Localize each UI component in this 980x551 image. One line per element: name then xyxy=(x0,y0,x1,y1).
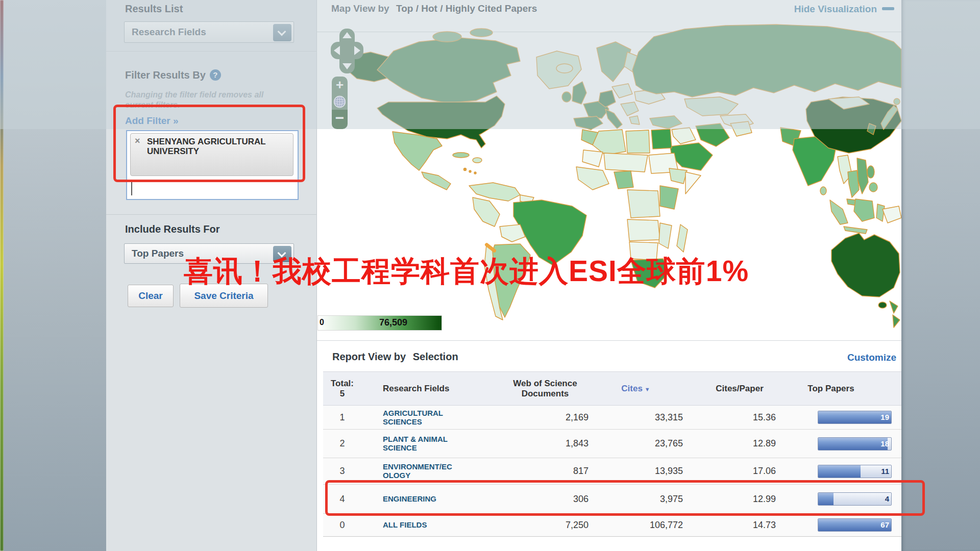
help-icon[interactable]: ? xyxy=(210,69,221,81)
chevron-down-icon[interactable] xyxy=(273,24,291,41)
map-country[interactable] xyxy=(820,187,826,195)
map-country[interactable] xyxy=(894,98,900,105)
map-country[interactable] xyxy=(631,259,669,288)
map-country[interactable] xyxy=(612,84,632,98)
column-header-top-papers[interactable]: Top Papers xyxy=(776,384,901,394)
map-country[interactable] xyxy=(651,129,672,149)
zoom-out-button[interactable]: − xyxy=(332,110,348,129)
map-country[interactable] xyxy=(626,130,650,153)
map-country[interactable] xyxy=(854,199,874,221)
field-link[interactable]: ENVIRONMENT/ECOLOGY xyxy=(383,462,457,480)
map-country[interactable] xyxy=(627,190,660,218)
add-filter-link[interactable]: Add Filter » xyxy=(125,115,179,127)
table-row[interactable]: 1 AGRICULTURAL SCIENCES 2,169 33,315 15.… xyxy=(323,406,901,430)
column-header-cites[interactable]: Cites▼ xyxy=(589,384,683,394)
sidebar-divider xyxy=(106,51,317,52)
map-country[interactable] xyxy=(660,186,678,209)
customize-link[interactable]: Customize xyxy=(847,352,896,363)
filter-input-box[interactable]: × SHENYANG AGRICULTURAL UNIVERSITY xyxy=(126,130,299,200)
map-country[interactable] xyxy=(684,97,738,116)
results-list-select[interactable]: Research Fields xyxy=(124,21,294,43)
map-country[interactable] xyxy=(582,150,603,167)
map-country[interactable] xyxy=(677,224,688,252)
table-row[interactable]: 2 PLANT & ANIMAL SCIENCE 1,843 23,765 12… xyxy=(323,430,901,458)
pan-left-icon[interactable] xyxy=(334,46,340,55)
field-link[interactable]: ENGINEERING xyxy=(383,494,457,503)
map-country[interactable] xyxy=(848,170,859,197)
save-criteria-button[interactable]: Save Criteria xyxy=(180,284,268,308)
pan-up-icon[interactable] xyxy=(342,32,352,38)
map-country[interactable] xyxy=(500,224,525,242)
map-country[interactable] xyxy=(869,183,877,192)
map-country[interactable] xyxy=(883,206,901,223)
map-country[interactable] xyxy=(890,301,898,313)
map-country[interactable] xyxy=(685,172,701,194)
column-header-wos-documents[interactable]: Web of Science Documents xyxy=(466,379,589,399)
filter-tag: × SHENYANG AGRICULTURAL UNIVERSITY xyxy=(130,133,293,176)
map-country[interactable] xyxy=(473,197,500,227)
table-row-engineering[interactable]: 4 ENGINEERING 306 3,975 12.99 4 xyxy=(323,485,901,514)
map-pan-control[interactable] xyxy=(331,29,363,73)
map-country[interactable] xyxy=(659,223,672,248)
row-cites-per-paper: 14.73 xyxy=(683,520,776,531)
legend-max-value: 76,509 xyxy=(379,317,407,328)
map-country[interactable] xyxy=(730,121,752,136)
pan-right-icon[interactable] xyxy=(354,46,360,55)
globe-icon[interactable] xyxy=(332,94,348,110)
column-header-research-fields[interactable]: Research Fields xyxy=(361,384,466,394)
field-link[interactable]: ALL FIELDS xyxy=(383,520,457,529)
map-country[interactable] xyxy=(621,102,639,116)
map-country[interactable] xyxy=(627,219,660,241)
row-cites: 106,772 xyxy=(589,520,683,531)
pan-down-icon[interactable] xyxy=(342,63,352,69)
row-docs: 7,250 xyxy=(466,520,589,531)
hide-visualization-link[interactable]: Hide Visualization xyxy=(794,4,894,15)
zoom-in-button[interactable]: + xyxy=(332,77,348,94)
row-docs: 306 xyxy=(466,494,589,505)
map-country[interactable] xyxy=(878,302,887,308)
map-country[interactable] xyxy=(470,29,493,37)
map-country[interactable] xyxy=(669,168,687,184)
map-country[interactable] xyxy=(844,227,867,234)
include-results-select[interactable]: Top Papers xyxy=(124,243,294,264)
map-country[interactable] xyxy=(377,38,520,103)
map-country[interactable] xyxy=(867,166,874,178)
map-country[interactable] xyxy=(830,200,848,224)
map-country[interactable] xyxy=(574,116,603,130)
map-country[interactable] xyxy=(629,242,658,260)
table-row[interactable]: 0 ALL FIELDS 7,250 106,772 14.73 67 xyxy=(323,514,901,537)
map-country[interactable] xyxy=(604,153,648,172)
map-country[interactable] xyxy=(672,128,696,144)
map-country[interactable] xyxy=(614,171,633,189)
top-papers-value: 19 xyxy=(880,413,889,421)
map-country[interactable] xyxy=(605,109,622,129)
map-country[interactable] xyxy=(556,64,573,73)
table-row[interactable]: 3 ENVIRONMENT/ECOLOGY 817 13,935 17.06 1… xyxy=(323,458,901,485)
map-country[interactable] xyxy=(433,32,461,42)
clear-button[interactable]: Clear xyxy=(128,285,174,307)
map-country[interactable] xyxy=(422,172,451,190)
map-country[interactable] xyxy=(453,153,469,158)
map-country[interactable] xyxy=(572,82,586,104)
map-country[interactable] xyxy=(831,233,900,297)
world-map[interactable] xyxy=(317,21,901,333)
map-country[interactable] xyxy=(474,172,476,174)
column-header-cites-per-paper[interactable]: Cites/Paper xyxy=(683,384,776,394)
map-country[interactable] xyxy=(562,92,571,102)
chevron-down-icon[interactable] xyxy=(273,246,291,262)
map-country[interactable] xyxy=(629,116,640,124)
map-country[interactable] xyxy=(473,158,482,163)
map-country[interactable] xyxy=(696,123,729,146)
field-link[interactable]: AGRICULTURAL SCIENCES xyxy=(383,409,457,426)
field-link[interactable]: PLANT & ANIMAL SCIENCE xyxy=(383,435,457,452)
remove-filter-icon[interactable]: × xyxy=(135,136,140,146)
map-country[interactable] xyxy=(464,168,467,171)
map-country[interactable] xyxy=(893,315,900,328)
map-country[interactable] xyxy=(469,170,471,172)
map-country[interactable] xyxy=(650,116,682,129)
map-country[interactable] xyxy=(576,167,609,190)
map-country[interactable] xyxy=(876,204,885,221)
top-papers-value: 67 xyxy=(880,520,889,529)
report-title-prefix: Report View by xyxy=(332,351,406,362)
map-country[interactable] xyxy=(632,24,901,97)
